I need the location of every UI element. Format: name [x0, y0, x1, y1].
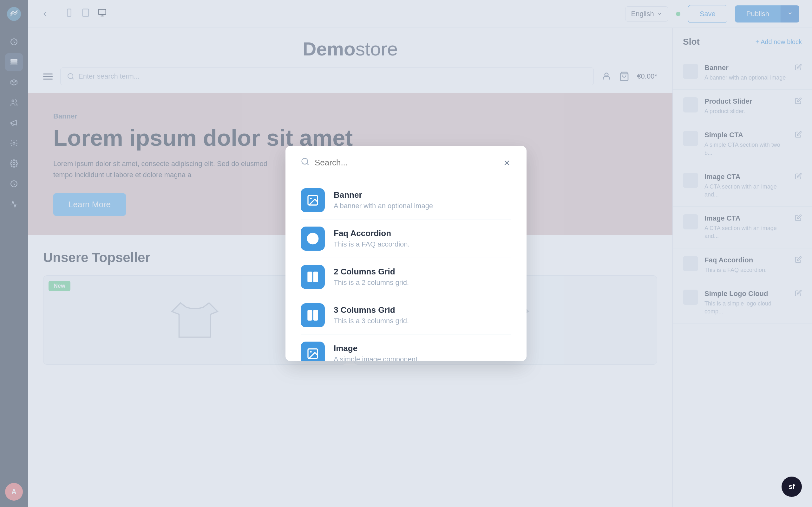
modal-item-icon: [301, 265, 325, 289]
modal-item-banner[interactable]: Banner A banner with an optional image: [301, 181, 511, 220]
modal-item-desc: A banner with an optional image: [334, 202, 511, 210]
modal-item-title: Banner: [334, 190, 511, 200]
modal-item-desc: This is a FAQ accordion.: [334, 240, 511, 248]
svg-point-25: [310, 198, 312, 199]
modal-search-icon: [301, 157, 310, 168]
modal-search-input[interactable]: [315, 158, 511, 168]
block-picker-modal: Banner A banner with an optional image F…: [286, 146, 526, 361]
modal-item-info: Image A simple image component.: [334, 343, 511, 361]
modal-item-info: 2 Columns Grid This is a 2 columns grid.: [334, 267, 511, 287]
modal-item-image[interactable]: Image A simple image component.: [301, 335, 511, 361]
svg-point-33: [310, 351, 312, 353]
modal-item-info: 3 Columns Grid This is a 3 columns grid.: [334, 305, 511, 325]
modal-overlay: Banner A banner with an optional image F…: [0, 0, 812, 507]
svg-rect-28: [308, 272, 312, 282]
symfony-badge[interactable]: sf: [781, 476, 802, 497]
modal-item-faq-accordion[interactable]: Faq Accordion This is a FAQ accordion.: [301, 220, 511, 258]
svg-point-20: [302, 158, 308, 164]
modal-item-desc: A simple image component.: [334, 355, 511, 361]
svg-line-21: [307, 163, 308, 165]
modal-item-icon: [301, 303, 325, 327]
modal-close-button[interactable]: [500, 156, 514, 170]
svg-rect-31: [314, 311, 317, 320]
modal-header: [286, 146, 526, 176]
modal-item-title: 2 Columns Grid: [334, 267, 511, 277]
modal-item-icon: [301, 188, 325, 212]
modal-item-3-columns-grid[interactable]: 3 Columns Grid This is a 3 columns grid.: [301, 296, 511, 335]
svg-rect-30: [308, 311, 312, 320]
modal-item-info: Banner A banner with an optional image: [334, 190, 511, 210]
modal-item-desc: This is a 2 columns grid.: [334, 279, 511, 287]
modal-item-icon: [301, 342, 325, 361]
modal-item-icon: [301, 227, 325, 250]
modal-item-title: Image: [334, 343, 511, 353]
modal-item-desc: This is a 3 columns grid.: [334, 317, 511, 325]
modal-item-info: Faq Accordion This is a FAQ accordion.: [334, 228, 511, 248]
modal-body: Banner A banner with an optional image F…: [286, 176, 526, 361]
modal-item-title: Faq Accordion: [334, 228, 511, 238]
modal-item-title: 3 Columns Grid: [334, 305, 511, 315]
modal-item-2-columns-grid[interactable]: 2 Columns Grid This is a 2 columns grid.: [301, 258, 511, 296]
svg-rect-29: [314, 272, 317, 282]
